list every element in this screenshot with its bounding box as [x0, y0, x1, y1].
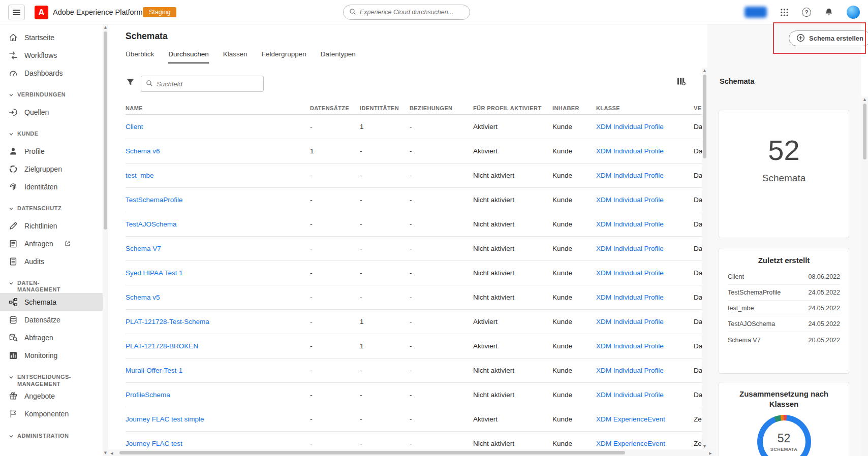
- table-row[interactable]: Schema v6 1 - - Aktiviert Kunde XDM Indi…: [126, 139, 702, 164]
- schema-class-link[interactable]: XDM Individual Profile: [596, 245, 664, 252]
- schema-class-link[interactable]: XDM Individual Profile: [596, 294, 664, 301]
- grid-icon[interactable]: [780, 8, 789, 17]
- sidebar-section-daten-management[interactable]: DATEN-MANAGEMENT: [0, 275, 103, 293]
- sidebar-item-startseite[interactable]: Startseite: [0, 28, 103, 46]
- schema-class-link[interactable]: XDM Individual Profile: [596, 342, 664, 350]
- table-row[interactable]: TestAJOSchema - - - Nicht aktiviert Kund…: [126, 212, 702, 237]
- question-circle-icon[interactable]: ?: [802, 8, 811, 17]
- sandbox-badge-blurred[interactable]: [745, 7, 767, 18]
- hamburger-menu-button[interactable]: [8, 5, 25, 20]
- schema-name-link[interactable]: TestSchemaProfile: [126, 196, 183, 204]
- table-row[interactable]: Journey FLAC test simple - - - Aktiviert…: [126, 407, 702, 432]
- sidebar-item-dashboards[interactable]: Dashboards: [0, 64, 103, 82]
- scroll-left-arrow[interactable]: ◀: [109, 451, 114, 456]
- col-beziehungen[interactable]: BEZIEHUNGEN: [410, 105, 473, 111]
- schema-name-link[interactable]: Journey FLAC test simple: [126, 415, 204, 423]
- schema-class-link[interactable]: XDM Individual Profile: [596, 196, 664, 204]
- scrollbar-thumb[interactable]: [863, 104, 866, 159]
- schema-class-link[interactable]: XDM Individual Profile: [596, 220, 664, 228]
- avatar[interactable]: [847, 6, 860, 19]
- schema-class-link[interactable]: XDM ExperienceEvent: [596, 440, 665, 447]
- column-settings-icon[interactable]: [676, 77, 686, 87]
- col-inhaber[interactable]: INHABER: [552, 105, 596, 111]
- table-row[interactable]: Schema v5 - - - Nicht aktiviert Kunde XD…: [126, 285, 702, 310]
- table-row[interactable]: ProfileSchema - - - Nicht aktiviert Kund…: [126, 383, 702, 407]
- funnel-icon[interactable]: [126, 78, 135, 88]
- tab-durchsuchen[interactable]: Durchsuchen: [168, 50, 209, 63]
- schema-name-link[interactable]: Schema V7: [126, 245, 161, 252]
- schema-class-link[interactable]: XDM Individual Profile: [596, 123, 664, 131]
- col-identitaeten[interactable]: IDENTITÄTEN: [360, 105, 410, 111]
- col-klasse[interactable]: KLASSE: [596, 105, 694, 111]
- schema-name-link[interactable]: Client: [126, 123, 143, 131]
- sidebar-item-workflows[interactable]: Workflows: [0, 46, 103, 64]
- schema-class-link[interactable]: XDM Individual Profile: [596, 269, 664, 277]
- schema-class-link[interactable]: XDM Individual Profile: [596, 367, 664, 374]
- table-vertical-scrollbar[interactable]: ▲ ▼: [702, 68, 707, 449]
- schema-name-link[interactable]: Syed HIPAA Test 1: [126, 269, 183, 277]
- col-verhalten[interactable]: VE: [694, 105, 702, 111]
- scroll-right-arrow[interactable]: ▶: [708, 451, 713, 456]
- sidebar-item-zielgruppen[interactable]: Zielgruppen: [0, 160, 103, 178]
- scroll-up-arrow[interactable]: ▲: [702, 68, 707, 73]
- schema-class-link[interactable]: XDM Individual Profile: [596, 391, 664, 399]
- create-schema-button[interactable]: Schema erstellen: [789, 30, 868, 46]
- sidebar-scrollbar[interactable]: ▲ ▼: [103, 24, 108, 456]
- schema-class-link[interactable]: XDM Individual Profile: [596, 318, 664, 325]
- tab-klassen[interactable]: Klassen: [223, 50, 247, 63]
- scroll-down-arrow[interactable]: ▼: [702, 444, 707, 449]
- table-row[interactable]: Syed HIPAA Test 1 - - - Nicht aktiviert …: [126, 261, 702, 285]
- table-row[interactable]: TestSchemaProfile - - - Nicht aktiviert …: [126, 188, 702, 212]
- schema-class-link[interactable]: XDM Individual Profile: [596, 147, 664, 155]
- sidebar-section-verbindungen[interactable]: VERBINDUNGEN: [0, 87, 103, 103]
- table-row[interactable]: PLAT-121728-Test-Schema - 1 - Aktiviert …: [126, 310, 702, 334]
- schema-name-link[interactable]: PLAT-121728-BROKEN: [126, 342, 198, 350]
- global-search[interactable]: [343, 5, 470, 20]
- schema-class-link[interactable]: XDM Individual Profile: [596, 172, 664, 179]
- sidebar-item-schemata[interactable]: Schemata: [0, 293, 103, 311]
- sidebar-section-datenschutz[interactable]: DATENSCHUTZ: [0, 201, 103, 217]
- scrollbar-thumb[interactable]: [104, 31, 107, 230]
- col-profil-aktiviert[interactable]: FÜR PROFIL AKTIVIERT: [473, 105, 552, 111]
- tab-ueberblick[interactable]: Überblick: [126, 50, 154, 63]
- col-name[interactable]: NAME: [126, 105, 310, 111]
- schema-name-link[interactable]: TestAJOSchema: [126, 220, 177, 228]
- sidebar-item-monitoring[interactable]: Monitoring: [0, 346, 103, 364]
- scroll-down-arrow[interactable]: ▼: [103, 450, 108, 455]
- sidebar-item-identitaeten[interactable]: Identitäten: [0, 178, 103, 196]
- schema-class-link[interactable]: XDM ExperienceEvent: [596, 415, 665, 423]
- table-search[interactable]: [141, 76, 264, 92]
- sidebar-item-quellen[interactable]: Quellen: [0, 103, 103, 121]
- col-datensaetze[interactable]: DATENSÄTZE: [310, 105, 360, 111]
- tab-datentypen[interactable]: Datentypen: [321, 50, 356, 63]
- schema-name-link[interactable]: Schema v6: [126, 147, 160, 155]
- schema-name-link[interactable]: ProfileSchema: [126, 391, 170, 399]
- table-row[interactable]: Schema V7 - - - Nicht aktiviert Kunde XD…: [126, 237, 702, 261]
- scrollbar-thumb[interactable]: [119, 451, 625, 454]
- sidebar-section-entscheidungs-management[interactable]: ENTSCHEIDUNGS-MANAGEMENT: [0, 369, 103, 387]
- sidebar-item-komponenten[interactable]: Komponenten: [0, 405, 103, 423]
- schema-name-link[interactable]: PLAT-121728-Test-Schema: [126, 318, 209, 325]
- table-row[interactable]: Client - 1 - Aktiviert Kunde XDM Individ…: [126, 115, 702, 139]
- table-row[interactable]: Murali-Offer-Test-1 - - - Nicht aktivier…: [126, 359, 702, 383]
- scrollbar-thumb[interactable]: [703, 75, 706, 158]
- schema-name-link[interactable]: Journey FLAC test: [126, 440, 182, 447]
- sidebar-item-audits[interactable]: Audits: [0, 252, 103, 270]
- schema-name-link[interactable]: test_mbe: [126, 172, 154, 179]
- schema-name-link[interactable]: Murali-Offer-Test-1: [126, 367, 182, 374]
- table-horizontal-scrollbar[interactable]: ◀ ▶: [108, 449, 714, 456]
- right-panel-scrollbar[interactable]: ▲: [861, 96, 868, 456]
- schema-name-link[interactable]: Schema v5: [126, 294, 160, 301]
- sidebar-item-profile[interactable]: Profile: [0, 142, 103, 160]
- sidebar-item-richtlinien[interactable]: Richtlinien: [0, 217, 103, 235]
- sidebar-item-abfragen[interactable]: Abfragen: [0, 329, 103, 346]
- global-search-input[interactable]: [360, 9, 464, 16]
- scroll-up-arrow[interactable]: ▲: [103, 25, 108, 30]
- sidebar-item-anfragen[interactable]: Anfragen: [0, 235, 103, 252]
- table-row[interactable]: test_mbe - - - Nicht aktiviert Kunde XDM…: [126, 164, 702, 188]
- tab-feldergruppen[interactable]: Feldergruppen: [262, 50, 306, 63]
- sidebar-item-angebote[interactable]: Angebote: [0, 387, 103, 405]
- sidebar-section-administration[interactable]: ADMINISTRATION: [0, 428, 103, 444]
- sidebar-section-kunde[interactable]: KUNDE: [0, 126, 103, 142]
- table-search-input[interactable]: [157, 80, 259, 88]
